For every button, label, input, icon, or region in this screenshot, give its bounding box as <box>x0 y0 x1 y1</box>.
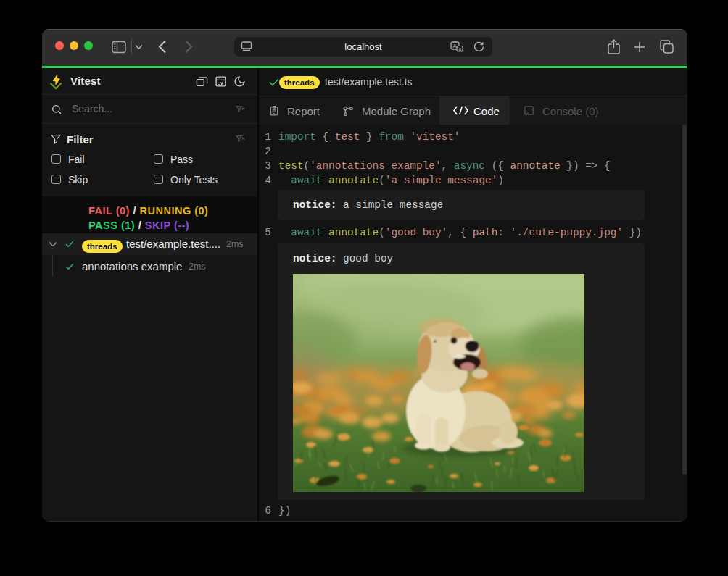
svg-text:a: a <box>459 46 462 51</box>
